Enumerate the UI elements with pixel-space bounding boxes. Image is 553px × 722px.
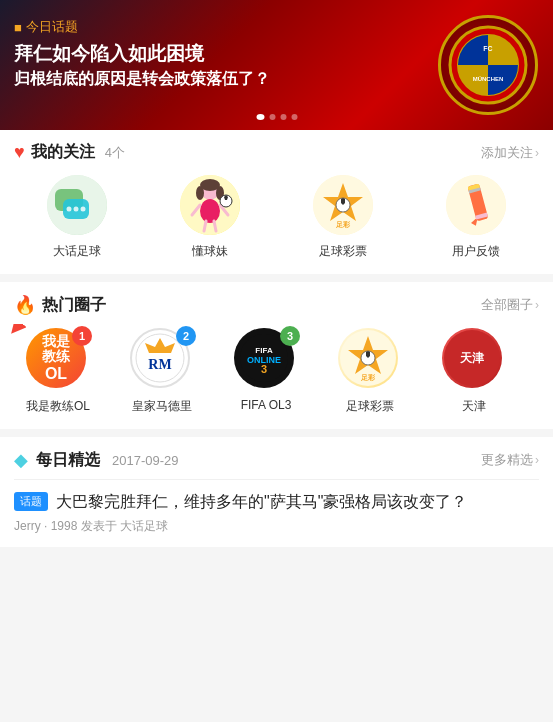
lottery-icon: 足彩 <box>313 175 373 235</box>
hot-circles-header: 🔥 热门圈子 全部圈子 › <box>0 282 553 324</box>
news-tag-topic: 话题 <box>14 492 48 511</box>
my-follows-title: 我的关注 <box>31 142 95 163</box>
circle-item-lottery2[interactable]: 足彩 足球彩票 <box>320 328 420 415</box>
red-arrow-svg <box>8 324 58 334</box>
circles-list: 我是教练OL 1 我是教练OL RM 2 <box>0 324 553 429</box>
banner-title-line2: 归根结底的原因是转会政策落伍了？ <box>14 69 423 90</box>
svg-text:RM: RM <box>148 357 171 372</box>
svg-point-8 <box>73 207 78 212</box>
daily-picks-section: ◆ 每日精选 2017-09-29 更多精选 › 话题 大巴黎完胜拜仁，维持多年… <box>0 437 553 547</box>
svg-line-19 <box>214 221 216 231</box>
fifa-icon-wrap: FIFA ONLINE 3 3 <box>234 328 298 392</box>
hot-circles-title: 热门圈子 <box>42 295 106 316</box>
svg-text:FC: FC <box>483 45 492 52</box>
circle-item-tianjin[interactable]: 天津 天津 <box>424 328 524 415</box>
dot-3 <box>280 114 286 120</box>
circle-item-ol[interactable]: 我是教练OL 1 我是教练OL <box>8 328 108 415</box>
madrid-label: 皇家马德里 <box>132 398 192 415</box>
svg-line-18 <box>204 221 206 231</box>
follow-item-girl[interactable]: 懂球妹 <box>143 175 276 260</box>
banner-title[interactable]: 拜仁如今陷入如此困境 归根结底的原因是转会政策落伍了？ <box>14 42 423 89</box>
svg-point-13 <box>196 186 204 200</box>
follow-item-lottery[interactable]: 足彩 足球彩票 <box>277 175 410 260</box>
circle-item-fifa[interactable]: FIFA ONLINE 3 3 FIFA OL3 <box>216 328 316 415</box>
my-follows-count: 4个 <box>105 144 125 162</box>
ol-icon-wrap: 我是教练OL 1 <box>26 328 90 392</box>
news-title-1: 大巴黎完胜拜仁，维持多年的"萨其马"豪强格局该改变了？ <box>56 490 467 514</box>
svg-text:MÜNCHEN: MÜNCHEN <box>473 76 504 82</box>
svg-text:天津: 天津 <box>459 351 485 365</box>
follow-item-dahua[interactable]: 大话足球 <box>10 175 143 260</box>
dot-2 <box>269 114 275 120</box>
circle-item-madrid[interactable]: RM 2 皇家马德里 <box>112 328 212 415</box>
svg-point-9 <box>80 207 85 212</box>
svg-text:足彩: 足彩 <box>360 374 376 382</box>
daily-picks-title: 每日精选 <box>36 450 100 471</box>
daily-picks-header: ◆ 每日精选 2017-09-29 更多精选 › <box>0 437 553 479</box>
chevron-right-icon: › <box>535 146 539 160</box>
svg-text:足彩: 足彩 <box>335 221 351 229</box>
svg-text:3: 3 <box>261 363 267 375</box>
tianjin-icon-wrap: 天津 <box>442 328 506 392</box>
banner-tag-text: 今日话题 <box>26 18 78 36</box>
more-picks-action[interactable]: 更多精选 › <box>481 451 539 469</box>
daily-picks-title-area: ◆ 每日精选 2017-09-29 <box>14 449 179 471</box>
news-item-1[interactable]: 话题 大巴黎完胜拜仁，维持多年的"萨其马"豪强格局该改变了？ Jerry · 1… <box>0 490 553 547</box>
lottery-svg: 足彩 <box>313 175 373 235</box>
madrid-badge: 2 <box>176 326 196 346</box>
news-tags-row: 话题 大巴黎完胜拜仁，维持多年的"萨其马"豪强格局该改变了？ <box>14 490 539 514</box>
feedback-label: 用户反馈 <box>452 243 500 260</box>
chevron-right-icon2: › <box>535 298 539 312</box>
lottery2-label: 足球彩票 <box>346 398 394 415</box>
tianjin-icon: 天津 <box>442 328 502 388</box>
dahua-icon <box>47 175 107 235</box>
banner-dots <box>256 114 297 120</box>
daily-picks-date: 2017-09-29 <box>112 453 179 468</box>
banner-tag: ■ 今日话题 <box>14 18 78 36</box>
fifa-badge: 3 <box>280 326 300 346</box>
divider <box>14 479 539 480</box>
more-picks-label: 更多精选 <box>481 451 533 469</box>
banner-logo: FC MÜNCHEN <box>433 10 543 120</box>
follow-item-feedback[interactable]: 用户反馈 <box>410 175 543 260</box>
all-circles-label: 全部圈子 <box>481 296 533 314</box>
feedback-svg <box>446 175 506 235</box>
my-follows-icons: 大话足球 <box>0 171 553 274</box>
fifa-label: FIFA OL3 <box>241 398 292 412</box>
ol-text: 我是教练OL <box>42 334 70 382</box>
dot-1 <box>256 114 264 120</box>
my-follows-title-area: ♥ 我的关注 4个 <box>14 142 125 163</box>
lottery2-svg: 足彩 <box>340 330 396 386</box>
ol-badge: 1 <box>72 326 92 346</box>
lottery-label: 足球彩票 <box>319 243 367 260</box>
svg-point-15 <box>200 199 220 223</box>
chevron-right-icon3: › <box>535 453 539 467</box>
svg-text:FIFA: FIFA <box>255 346 273 355</box>
my-follows-header: ♥ 我的关注 4个 添加关注 › <box>0 130 553 171</box>
all-circles-action[interactable]: 全部圈子 › <box>481 296 539 314</box>
lottery2-icon-wrap: 足彩 <box>338 328 402 392</box>
feedback-icon <box>446 175 506 235</box>
fire-icon: 🔥 <box>14 294 36 316</box>
girl-label: 懂球妹 <box>192 243 228 260</box>
svg-point-7 <box>66 207 71 212</box>
ol-label: 我是教练OL <box>26 398 90 415</box>
madrid-icon-wrap: RM 2 <box>130 328 194 392</box>
heart-icon: ♥ <box>14 142 25 163</box>
tag-icon: ■ <box>14 20 22 35</box>
banner: ■ 今日话题 拜仁如今陷入如此困境 归根结底的原因是转会政策落伍了？ FC MÜ… <box>0 0 553 130</box>
diamond-icon: ◆ <box>14 449 28 471</box>
add-follow-action[interactable]: 添加关注 › <box>481 144 539 162</box>
dahua-label: 大话足球 <box>53 243 101 260</box>
girl-icon <box>180 175 240 235</box>
lottery2-icon: 足彩 <box>338 328 398 388</box>
girl-svg <box>180 175 240 235</box>
hot-circles-title-area: 🔥 热门圈子 <box>14 294 106 316</box>
bayern-emblem: FC MÜNCHEN <box>438 15 538 115</box>
dahua-svg <box>47 175 107 235</box>
tianjin-label: 天津 <box>462 398 486 415</box>
news-meta-1: Jerry · 1998 发表于 大话足球 <box>14 518 539 535</box>
bayern-svg: FC MÜNCHEN <box>448 25 528 105</box>
my-follows-section: ♥ 我的关注 4个 添加关注 › 大话足球 <box>0 130 553 274</box>
banner-title-line1: 拜仁如今陷入如此困境 <box>14 42 423 67</box>
